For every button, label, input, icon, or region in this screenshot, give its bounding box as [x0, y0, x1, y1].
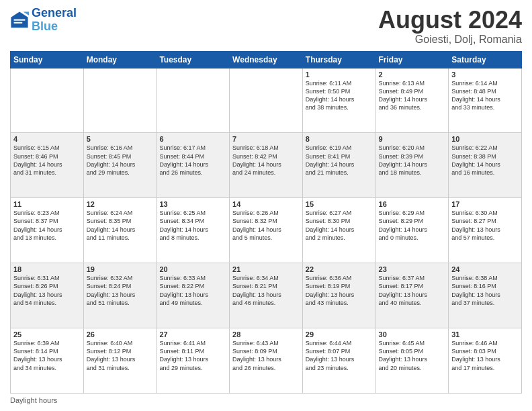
day-info: Sunrise: 6:40 AM Sunset: 8:12 PM Dayligh… [87, 339, 154, 372]
day-cell: 23Sunrise: 6:37 AM Sunset: 8:17 PM Dayli… [375, 263, 449, 328]
day-cell: 3Sunrise: 6:14 AM Sunset: 8:48 PM Daylig… [449, 68, 522, 133]
day-number: 12 [87, 200, 154, 208]
svg-rect-3 [14, 22, 23, 24]
calendar-table: SundayMondayTuesdayWednesdayThursdayFrid… [10, 51, 522, 394]
day-cell: 4Sunrise: 6:15 AM Sunset: 8:46 PM Daylig… [11, 133, 84, 198]
footer-note: Daylight hours [10, 396, 522, 404]
day-info: Sunrise: 6:30 AM Sunset: 8:27 PM Dayligh… [451, 209, 519, 242]
col-header-sunday: Sunday [11, 51, 84, 68]
week-row-5: 25Sunrise: 6:39 AM Sunset: 8:14 PM Dayli… [11, 328, 522, 394]
day-cell: 31Sunrise: 6:46 AM Sunset: 8:03 PM Dayli… [449, 328, 522, 394]
day-info: Sunrise: 6:25 AM Sunset: 8:34 PM Dayligh… [159, 209, 226, 242]
title-block: August 2024 Goiesti, Dolj, Romania [378, 7, 522, 46]
week-row-3: 11Sunrise: 6:23 AM Sunset: 8:37 PM Dayli… [11, 198, 522, 263]
week-row-1: 1Sunrise: 6:11 AM Sunset: 8:50 PM Daylig… [11, 68, 522, 133]
day-cell: 8Sunrise: 6:19 AM Sunset: 8:41 PM Daylig… [302, 133, 375, 198]
day-cell: 22Sunrise: 6:36 AM Sunset: 8:19 PM Dayli… [302, 263, 375, 328]
day-info: Sunrise: 6:39 AM Sunset: 8:14 PM Dayligh… [13, 339, 81, 372]
day-number: 27 [159, 330, 226, 338]
day-number: 10 [451, 135, 519, 143]
day-number: 4 [13, 135, 81, 143]
calendar-header-row: SundayMondayTuesdayWednesdayThursdayFrid… [11, 51, 522, 68]
day-info: Sunrise: 6:32 AM Sunset: 8:24 PM Dayligh… [87, 274, 154, 307]
day-info: Sunrise: 6:24 AM Sunset: 8:35 PM Dayligh… [87, 209, 154, 242]
day-cell: 5Sunrise: 6:16 AM Sunset: 8:45 PM Daylig… [83, 133, 157, 198]
day-info: Sunrise: 6:45 AM Sunset: 8:05 PM Dayligh… [379, 339, 446, 372]
day-cell: 20Sunrise: 6:33 AM Sunset: 8:22 PM Dayli… [157, 263, 230, 328]
day-cell: 13Sunrise: 6:25 AM Sunset: 8:34 PM Dayli… [157, 198, 230, 263]
day-number: 14 [232, 200, 300, 208]
day-info: Sunrise: 6:16 AM Sunset: 8:45 PM Dayligh… [87, 144, 154, 177]
col-header-saturday: Saturday [449, 51, 522, 68]
day-cell: 14Sunrise: 6:26 AM Sunset: 8:32 PM Dayli… [230, 198, 303, 263]
day-info: Sunrise: 6:11 AM Sunset: 8:50 PM Dayligh… [306, 79, 373, 112]
day-cell: 26Sunrise: 6:40 AM Sunset: 8:12 PM Dayli… [83, 328, 157, 394]
day-number: 22 [306, 265, 373, 273]
day-cell [11, 68, 84, 133]
day-info: Sunrise: 6:19 AM Sunset: 8:41 PM Dayligh… [306, 144, 373, 177]
day-info: Sunrise: 6:43 AM Sunset: 8:09 PM Dayligh… [232, 339, 300, 372]
day-number: 26 [87, 330, 154, 338]
logo-blue: Blue [32, 19, 58, 33]
day-cell: 27Sunrise: 6:41 AM Sunset: 8:11 PM Dayli… [157, 328, 230, 394]
logo: General Blue [10, 7, 77, 34]
day-number: 24 [451, 265, 519, 273]
day-cell: 6Sunrise: 6:17 AM Sunset: 8:44 PM Daylig… [157, 133, 230, 198]
col-header-thursday: Thursday [302, 51, 375, 68]
svg-rect-2 [14, 19, 26, 20]
header: General Blue August 2024 Goiesti, Dolj, … [10, 7, 522, 46]
week-row-2: 4Sunrise: 6:15 AM Sunset: 8:46 PM Daylig… [11, 133, 522, 198]
day-info: Sunrise: 6:23 AM Sunset: 8:37 PM Dayligh… [13, 209, 81, 242]
day-info: Sunrise: 6:33 AM Sunset: 8:22 PM Dayligh… [159, 274, 226, 307]
day-info: Sunrise: 6:20 AM Sunset: 8:39 PM Dayligh… [379, 144, 446, 177]
day-number: 15 [306, 200, 373, 208]
day-info: Sunrise: 6:37 AM Sunset: 8:17 PM Dayligh… [379, 274, 446, 307]
day-cell: 15Sunrise: 6:27 AM Sunset: 8:30 PM Dayli… [302, 198, 375, 263]
day-info: Sunrise: 6:14 AM Sunset: 8:48 PM Dayligh… [451, 79, 519, 112]
day-info: Sunrise: 6:29 AM Sunset: 8:29 PM Dayligh… [379, 209, 446, 242]
day-number: 21 [232, 265, 300, 273]
day-number: 9 [379, 135, 446, 143]
day-info: Sunrise: 6:44 AM Sunset: 8:07 PM Dayligh… [306, 339, 373, 372]
day-cell [157, 68, 230, 133]
day-number: 5 [87, 135, 154, 143]
daylight-hours-label: Daylight hours [10, 396, 57, 404]
day-number: 25 [13, 330, 81, 338]
day-info: Sunrise: 6:15 AM Sunset: 8:46 PM Dayligh… [13, 144, 81, 177]
day-cell [230, 68, 303, 133]
day-number: 16 [379, 200, 446, 208]
day-number: 7 [232, 135, 300, 143]
day-cell: 17Sunrise: 6:30 AM Sunset: 8:27 PM Dayli… [449, 198, 522, 263]
day-number: 30 [379, 330, 446, 338]
logo-general: General [32, 6, 77, 19]
day-cell: 29Sunrise: 6:44 AM Sunset: 8:07 PM Dayli… [302, 328, 375, 394]
day-number: 13 [159, 200, 226, 208]
day-cell: 10Sunrise: 6:22 AM Sunset: 8:38 PM Dayli… [449, 133, 522, 198]
day-number: 18 [13, 265, 81, 273]
logo-text: General Blue [32, 7, 77, 34]
day-cell: 30Sunrise: 6:45 AM Sunset: 8:05 PM Dayli… [375, 328, 449, 394]
day-info: Sunrise: 6:26 AM Sunset: 8:32 PM Dayligh… [232, 209, 300, 242]
day-number: 28 [232, 330, 300, 338]
day-number: 2 [379, 71, 446, 79]
col-header-tuesday: Tuesday [157, 51, 230, 68]
day-cell: 16Sunrise: 6:29 AM Sunset: 8:29 PM Dayli… [375, 198, 449, 263]
day-number: 31 [451, 330, 519, 338]
day-cell: 21Sunrise: 6:34 AM Sunset: 8:21 PM Dayli… [230, 263, 303, 328]
day-info: Sunrise: 6:22 AM Sunset: 8:38 PM Dayligh… [451, 144, 519, 177]
day-number: 6 [159, 135, 226, 143]
day-cell [83, 68, 157, 133]
day-cell: 25Sunrise: 6:39 AM Sunset: 8:14 PM Dayli… [11, 328, 84, 394]
day-cell: 24Sunrise: 6:38 AM Sunset: 8:16 PM Dayli… [449, 263, 522, 328]
day-number: 3 [451, 71, 519, 79]
day-info: Sunrise: 6:38 AM Sunset: 8:16 PM Dayligh… [451, 274, 519, 307]
day-cell: 1Sunrise: 6:11 AM Sunset: 8:50 PM Daylig… [302, 68, 375, 133]
day-info: Sunrise: 6:31 AM Sunset: 8:26 PM Dayligh… [13, 274, 81, 307]
day-number: 11 [13, 200, 81, 208]
day-info: Sunrise: 6:36 AM Sunset: 8:19 PM Dayligh… [306, 274, 373, 307]
day-info: Sunrise: 6:46 AM Sunset: 8:03 PM Dayligh… [451, 339, 519, 372]
day-number: 8 [306, 135, 373, 143]
col-header-friday: Friday [375, 51, 449, 68]
day-info: Sunrise: 6:34 AM Sunset: 8:21 PM Dayligh… [232, 274, 300, 307]
day-cell: 18Sunrise: 6:31 AM Sunset: 8:26 PM Dayli… [11, 263, 84, 328]
